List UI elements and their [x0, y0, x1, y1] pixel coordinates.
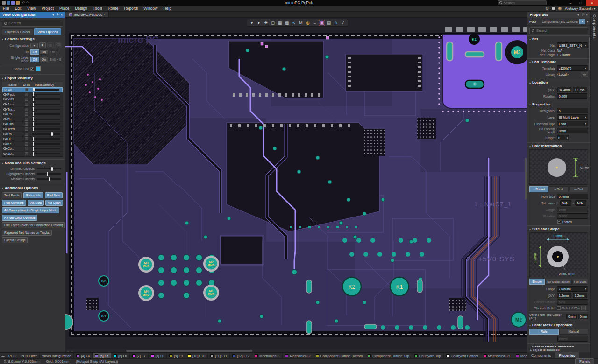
size-x-field[interactable]: 1.2mm [557, 293, 571, 298]
show-grid-checkbox[interactable] [30, 67, 34, 71]
route-icon[interactable]: ∿ [291, 20, 297, 26]
layer-tab[interactable]: Courtyard Top [412, 353, 444, 358]
transparency-slider[interactable] [32, 113, 60, 115]
layer-tab[interactable]: [11] L11 [208, 353, 230, 358]
visibility-row[interactable]: Ro... [2, 132, 63, 137]
slider-thumb[interactable] [49, 177, 50, 181]
layer-tab[interactable]: Mechanical 22 [513, 353, 527, 358]
transparency-slider[interactable] [32, 109, 60, 110]
fill-icon[interactable]: ▩ [284, 20, 290, 26]
option-repeated-net-names-on-tracks[interactable]: Repeated Net Names on Tracks [2, 230, 52, 236]
tab-components[interactable]: Components [527, 352, 555, 358]
layer-tab[interactable]: Mechanical 1 [252, 353, 283, 358]
slider-thumb[interactable] [33, 103, 34, 106]
menu-reports[interactable]: Reports [121, 6, 141, 11]
draft-checkbox[interactable] [25, 152, 28, 155]
hole-size-field[interactable]: 0.7mm [557, 194, 588, 199]
additional-options-title[interactable]: ▴Additional Options [2, 186, 63, 190]
menu-view[interactable]: View [24, 6, 38, 11]
hole-round-button[interactable]: ●Round [529, 186, 548, 192]
hole-information-title[interactable]: ▴Hole information [529, 144, 588, 148]
draft-checkbox[interactable] [25, 103, 28, 106]
visibility-row[interactable]: All... [2, 87, 63, 92]
pad-properties-title[interactable]: ▴Properties [529, 102, 588, 106]
y-field[interactable]: 12.795 [573, 87, 587, 92]
filter-icon[interactable]: ▼ [579, 19, 585, 24]
nav-pcb[interactable]: PCB [6, 353, 18, 358]
notifications-bell-icon[interactable] [552, 7, 555, 10]
hole-slot-button[interactable]: ▬Slot [569, 186, 588, 192]
full-stack-button[interactable]: Full Stack [572, 279, 588, 285]
layer-stack-icon[interactable]: ≡ [312, 20, 318, 26]
draft-checkbox[interactable] [25, 98, 28, 101]
option-pad-numbers[interactable]: Pad Numbers [2, 200, 26, 206]
global-search[interactable] [498, 0, 547, 5]
layer-tab[interactable]: [8] L8 [149, 353, 167, 358]
room-icon[interactable]: ▤ [326, 20, 332, 26]
menu-window[interactable]: Window [141, 6, 160, 11]
properties-search-input[interactable] [536, 28, 583, 33]
selected-room[interactable]: K1 M3 [442, 27, 527, 108]
side-tab-components[interactable]: Components [592, 14, 597, 39]
mask-slider[interactable] [37, 168, 61, 169]
user-avatar[interactable] [558, 7, 562, 11]
transparency-slider[interactable] [32, 143, 60, 145]
menu-project[interactable]: Project [39, 6, 57, 11]
lock-button[interactable] [589, 86, 590, 97]
layer-tab[interactable]: [10] L10 [185, 353, 208, 358]
measure-icon[interactable]: ▦ [277, 20, 283, 26]
layers-scroll-left-icon[interactable]: ◂ [1, 354, 3, 357]
draft-checkbox[interactable] [25, 137, 28, 140]
transparency-slider[interactable] [32, 104, 60, 105]
close-button[interactable]: × [586, 0, 598, 6]
menu-file[interactable]: File [0, 6, 12, 11]
tab-properties[interactable]: Properties [555, 352, 579, 358]
draft-checkbox[interactable] [25, 122, 28, 126]
visibility-row[interactable]: Tra... [2, 107, 63, 112]
library-code-icon[interactable]: </> [581, 72, 588, 77]
visibility-row[interactable]: Vias [2, 97, 63, 102]
draft-checkbox[interactable] [25, 118, 28, 121]
slider-thumb[interactable] [33, 88, 35, 91]
option-use-layer-colors-for-connection-drawing[interactable]: Use Layer Colors for Connection Drawing [2, 222, 65, 228]
eye-icon[interactable] [4, 89, 7, 91]
draft-checkbox[interactable] [25, 127, 28, 131]
off-button[interactable]: Off [30, 49, 39, 55]
transparency-slider[interactable] [32, 133, 60, 135]
transparency-slider[interactable] [32, 94, 60, 95]
layer-tab[interactable]: [5] L5 [93, 353, 111, 358]
solder-mask-title[interactable]: ▴Solder Mask Expansion [529, 345, 588, 347]
menu-edit[interactable]: Edit [12, 6, 25, 11]
eye-icon[interactable] [3, 153, 7, 155]
layers-scroll-right-icon[interactable]: ▸ [3, 354, 5, 357]
transparency-slider[interactable] [32, 98, 60, 100]
slider-thumb[interactable] [33, 92, 34, 96]
eye-icon[interactable] [3, 113, 7, 115]
via-icon[interactable]: ◎ [305, 20, 311, 26]
eye-icon[interactable] [3, 123, 7, 125]
draft-checkbox[interactable] [25, 93, 28, 96]
slider-thumb[interactable] [33, 122, 34, 126]
panel-search[interactable] [2, 20, 63, 27]
transparency-slider[interactable] [32, 138, 60, 140]
layer-tab[interactable]: [4] L4 [74, 353, 93, 358]
panel-dropdown-icon[interactable]: ▾ [52, 13, 54, 17]
option-test-points[interactable]: Test Points [2, 192, 22, 198]
mask-dim-title[interactable]: ▴Mask and Dim Settings [2, 161, 63, 165]
draft-checkbox[interactable] [25, 133, 28, 136]
visibility-row[interactable]: Pol... [2, 112, 63, 117]
nav-pcb-filter[interactable]: PCB Filter [18, 353, 39, 358]
slider-thumb[interactable] [33, 112, 34, 116]
slider-thumb[interactable] [47, 172, 48, 176]
pin-package-length-field[interactable]: 0mm [557, 128, 588, 133]
view-configuration-header[interactable]: View Configuration ▾ ⊤ × [0, 12, 65, 18]
option-status-info[interactable]: Status Info [23, 192, 43, 198]
horizontal-scrollbar[interactable]: ◂ ▸ [65, 349, 527, 352]
panels-button[interactable]: Panels [575, 358, 594, 364]
pad-icon[interactable]: ▣ [319, 20, 325, 26]
paste-rule-button[interactable]: Rule [529, 329, 559, 335]
mask-slider[interactable] [37, 173, 61, 175]
panel-search-input[interactable] [9, 21, 56, 25]
properties-search[interactable] [529, 27, 588, 34]
jumper-stepper[interactable]: 0▴▾ [557, 135, 569, 140]
